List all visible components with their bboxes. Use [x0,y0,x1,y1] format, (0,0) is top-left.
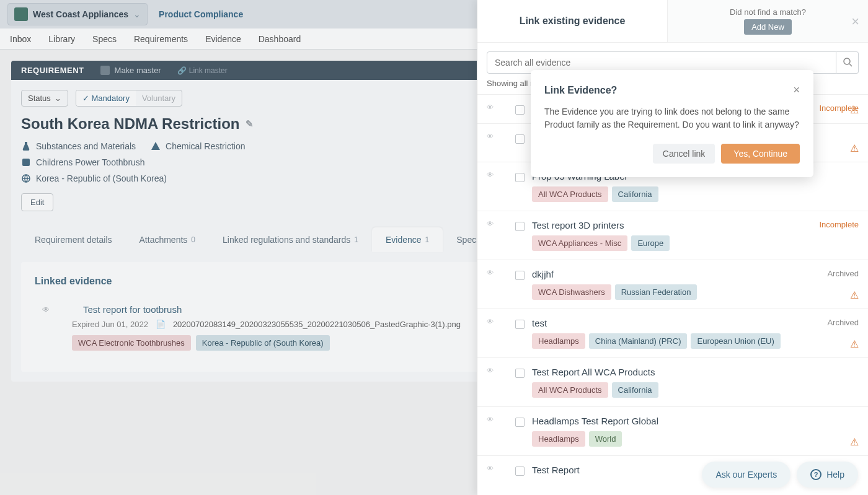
tab-evidence[interactable]: Evidence1 [372,227,443,252]
tag: China (Mainland) (PRC) [589,333,688,349]
evidence-row-tags: All WCA ProductsCalifornia [532,186,859,202]
nav-dashboard[interactable]: Dashboard [259,34,301,44]
tag: Headlamps [532,431,585,447]
evidence-row-tags: HeadlampsWorld [532,431,859,447]
ask-experts-button[interactable]: Ask our Experts [702,462,790,488]
warning-icon [151,141,161,151]
tab-attachments[interactable]: Attachments0 [126,227,210,252]
evidence-row-title: Test Report All WCA Products [532,367,859,377]
evidence-checkbox[interactable] [515,222,525,231]
evidence-status: Archived [827,318,859,327]
evidence-row[interactable]: 👁 Test Report All WCA Products All WCA P… [477,357,868,406]
tab-linked-regulations[interactable]: Linked regulations and standards1 [209,227,372,252]
evidence-checkbox[interactable] [515,105,525,115]
close-confirm-icon[interactable]: × [793,84,800,97]
evidence-status: Archived [827,269,859,278]
no-match-label: Did not find a match? [730,7,806,17]
close-drawer-icon[interactable]: × [851,14,859,30]
nav-inbox[interactable]: Inbox [10,34,31,44]
tag-product: WCA Electronic Toothbrushes [72,335,191,351]
org-name: West Coast Appliances [33,9,128,19]
voluntary-option[interactable]: Voluntary [136,90,182,106]
evidence-checkbox[interactable] [515,418,525,427]
evidence-expired: Expired Jun 01, 2022 [72,320,148,329]
tag: WCA Appliances - Misc [532,235,627,251]
cancel-link-button[interactable]: Cancel link [653,144,715,164]
evidence-row-title: Headlamps Test Report Global [532,416,859,426]
eye-icon: 👁 [487,133,495,153]
tag: All WCA Products [532,382,608,398]
eye-icon: 👁 [487,465,495,480]
warning-icon: ⚠ [850,436,859,448]
svg-rect-0 [22,159,30,166]
svg-point-2 [844,58,850,64]
evidence-row-tags: All WCA ProductsCalifornia [532,382,859,398]
make-master-toggle[interactable]: Make master [100,66,161,75]
tag-region: Korea - Republic of (South Korea) [196,335,330,351]
help-button[interactable]: ? Help [797,462,858,488]
tab-requirement-details[interactable]: Requirement details [21,227,126,252]
edit-title-icon[interactable]: ✎ [246,118,254,129]
drawer-title: Link existing evidence [477,0,668,42]
make-master-checkbox[interactable] [100,66,110,75]
evidence-row[interactable]: 👁 Test report 3D printers WCA Appliances… [477,211,868,260]
warning-icon: ⚠ [850,338,859,350]
link-evidence-confirm-popover: Link Evidence? × The Evidence you are tr… [531,70,813,177]
evidence-checkbox[interactable] [515,271,525,280]
eye-icon: 👁 [487,103,495,115]
add-new-button[interactable]: Add New [744,19,792,35]
evidence-status: Incomplete [819,220,859,229]
meta-region: Korea - Republic of (South Korea) [21,173,167,183]
requirement-title: South Korea NDMA Restriction [21,115,239,133]
evidence-checkbox[interactable] [515,467,525,476]
warning-icon: ⚠ [850,142,859,154]
tag: Europe [631,235,670,251]
evidence-row-tags: WCA DishwashersRussian Federation [532,284,859,300]
tag: California [612,382,658,398]
mandatory-option[interactable]: Mandatory [76,90,136,106]
evidence-row[interactable]: 👁 Headlamps Test Report Global Headlamps… [477,406,868,455]
confirm-message: The Evidence you are trying to link does… [544,105,800,131]
org-selector[interactable]: West Coast Appliances ⌄ [7,3,148,25]
file-icon: 📄 [156,320,166,329]
evidence-checkbox[interactable] [515,320,525,329]
org-logo [14,7,28,21]
status-dropdown[interactable]: Status ⌄ [21,90,68,107]
eye-icon: 👁 [487,171,495,202]
eye-icon: 👁 [487,220,495,251]
help-chips: Ask our Experts ? Help [702,462,858,488]
evidence-row-title: test [532,318,859,328]
eye-icon: 👁 [487,318,495,349]
edit-button[interactable]: Edit [21,193,53,211]
tag: California [612,186,658,202]
drawer-header: Link existing evidence Did not find a ma… [477,0,868,43]
tag: WCA Dishwashers [532,284,611,300]
search-button[interactable] [836,51,859,74]
nav-library[interactable]: Library [48,34,75,44]
globe-icon [21,173,31,183]
nav-evidence[interactable]: Evidence [205,34,241,44]
nav-requirements[interactable]: Requirements [134,34,188,44]
eye-icon: 👁 [487,367,495,398]
nav-specs[interactable]: Specs [92,34,117,44]
help-icon: ? [810,469,822,480]
mandatory-voluntary-toggle[interactable]: Mandatory Voluntary [76,90,182,107]
status-label: Status [28,94,51,103]
evidence-row-title: Test report 3D printers [532,220,859,230]
link-master-button[interactable]: 🔗 Link master [177,66,228,75]
product-icon [21,157,31,167]
eye-icon: 👁 [487,416,495,447]
tag: World [589,431,622,447]
evidence-row[interactable]: 👁 test HeadlampsChina (Mainland) (PRC)Eu… [477,309,868,357]
chevron-down-icon: ⌄ [55,94,61,103]
breadcrumb-section[interactable]: Product Compliance [154,9,248,19]
evidence-checkbox[interactable] [515,134,525,144]
link-master-label: Link master [189,66,228,75]
eye-icon: 👁 [487,269,495,300]
yes-continue-button[interactable]: Yes, Continue [721,144,800,164]
evidence-row[interactable]: 👁 dkjjhf WCA DishwashersRussian Federati… [477,260,868,309]
meta-substances: Substances and Materials [21,141,136,151]
evidence-checkbox[interactable] [515,369,525,378]
warning-icon: ⚠ [850,289,859,301]
evidence-checkbox[interactable] [515,173,525,182]
